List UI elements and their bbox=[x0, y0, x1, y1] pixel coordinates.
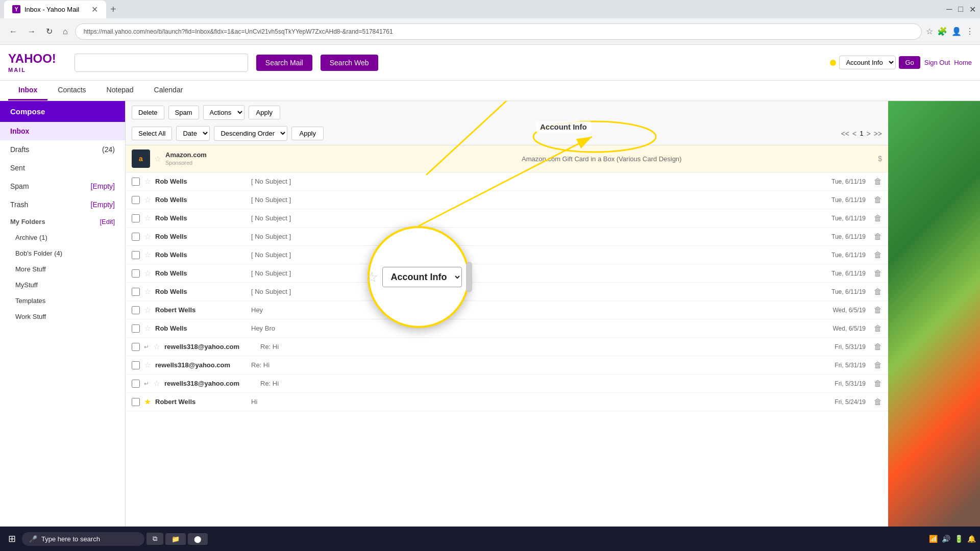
taskbar-chrome[interactable]: ⬤ bbox=[188, 533, 208, 545]
taskbar-file-explorer[interactable]: 📁 bbox=[165, 533, 186, 545]
address-bar[interactable]: https://mail.yahoo.com/neo/b/launch?fid=… bbox=[75, 23, 922, 40]
bookmark-icon[interactable]: ☆ bbox=[926, 27, 933, 36]
table-row[interactable]: ☆ Rob Wells [ No Subject ] Tue, 6/11/19 … bbox=[126, 246, 888, 264]
browser-tab[interactable]: Y Inbox - Yahoo Mail ✕ bbox=[4, 1, 106, 18]
sidebar-item-more-stuff[interactable]: More Stuff bbox=[0, 261, 125, 277]
trash-empty-label[interactable]: [Empty] bbox=[91, 201, 115, 209]
email-row-sponsored[interactable]: a ☆ Amazon.com Sponsored Amazon.com Gift… bbox=[126, 145, 888, 172]
sidebar-item-work-stuff[interactable]: Work Stuff bbox=[0, 309, 125, 324]
delete-button[interactable]: Delete bbox=[132, 106, 164, 119]
sidebar-item-templates[interactable]: Templates bbox=[0, 293, 125, 309]
search-mail-button[interactable]: Search Mail bbox=[256, 55, 312, 71]
sidebar-item-bobs-folder[interactable]: Bob's Folder (4) bbox=[0, 245, 125, 261]
star-icon[interactable]: ☆ bbox=[153, 342, 160, 352]
tab-notepad[interactable]: Notepad bbox=[96, 81, 144, 101]
delete-icon[interactable]: 🗑 bbox=[874, 287, 882, 296]
taskbar-task-view[interactable]: ⧉ bbox=[146, 533, 163, 545]
delete-icon[interactable]: 🗑 bbox=[874, 324, 882, 333]
delete-icon[interactable]: 🗑 bbox=[874, 195, 882, 205]
email-checkbox[interactable] bbox=[132, 361, 140, 369]
email-checkbox[interactable] bbox=[132, 398, 140, 406]
extension-icon[interactable]: 🧩 bbox=[937, 27, 947, 36]
table-row[interactable]: ☆ rewells318@yahoo.com Re: Hi Fri, 5/31/… bbox=[126, 356, 888, 374]
sidebar-item-spam[interactable]: Spam [Empty] bbox=[0, 177, 125, 195]
tab-calendar[interactable]: Calendar bbox=[144, 81, 193, 101]
table-row[interactable]: ★ Robert Wells Hi Fri, 5/24/19 🗑 bbox=[126, 393, 888, 411]
actions-select[interactable]: Actions bbox=[203, 105, 244, 120]
delete-icon[interactable]: 🗑 bbox=[874, 269, 882, 278]
star-icon[interactable]: ☆ bbox=[144, 268, 151, 278]
email-checkbox[interactable] bbox=[132, 214, 140, 222]
order-sort-select[interactable]: Descending Order bbox=[214, 126, 287, 141]
delete-icon[interactable]: 🗑 bbox=[874, 214, 882, 223]
tab-inbox[interactable]: Inbox bbox=[8, 81, 47, 101]
star-icon[interactable]: ☆ bbox=[144, 287, 151, 296]
email-checkbox[interactable] bbox=[132, 288, 140, 296]
email-checkbox[interactable] bbox=[132, 380, 140, 388]
delete-icon[interactable]: 🗑 bbox=[874, 397, 882, 407]
sidebar-item-mystuff[interactable]: MyStuff bbox=[0, 277, 125, 293]
maximize-button[interactable]: □ bbox=[958, 5, 963, 14]
prev-page-button[interactable]: < bbox=[852, 130, 856, 138]
compose-button[interactable]: Compose bbox=[0, 101, 125, 122]
email-checkbox[interactable] bbox=[132, 324, 140, 333]
profile-icon[interactable]: 👤 bbox=[951, 27, 962, 36]
email-checkbox[interactable] bbox=[132, 306, 140, 314]
notification-icon[interactable]: 🔔 bbox=[967, 535, 976, 543]
table-row[interactable]: ☆ Rob Wells [ No Subject ] Tue, 6/11/19 … bbox=[126, 191, 888, 209]
table-row[interactable]: ☆ Rob Wells [ No Subject ] Tue, 6/11/19 … bbox=[126, 172, 888, 191]
star-icon[interactable]: ☆ bbox=[144, 232, 151, 241]
email-checkbox[interactable] bbox=[132, 251, 140, 259]
menu-icon[interactable]: ⋮ bbox=[966, 27, 974, 36]
email-checkbox[interactable] bbox=[132, 233, 140, 241]
sidebar-item-archive[interactable]: Archive (1) bbox=[0, 230, 125, 245]
email-checkbox[interactable] bbox=[132, 269, 140, 278]
star-icon[interactable]: ☆ bbox=[144, 213, 151, 223]
my-folders-edit-button[interactable]: [Edit] bbox=[100, 218, 115, 226]
close-button[interactable]: ✕ bbox=[969, 5, 976, 14]
search-input[interactable] bbox=[75, 54, 248, 72]
tab-contacts[interactable]: Contacts bbox=[47, 81, 96, 101]
minimize-button[interactable]: ─ bbox=[946, 5, 952, 14]
star-icon[interactable]: ☆ bbox=[153, 379, 160, 388]
delete-icon[interactable]: 🗑 bbox=[874, 177, 882, 186]
spam-empty-label[interactable]: [Empty] bbox=[91, 182, 115, 190]
sidebar-item-drafts[interactable]: Drafts (24) bbox=[0, 140, 125, 159]
forward-button[interactable]: → bbox=[24, 25, 39, 38]
back-button[interactable]: ← bbox=[6, 25, 20, 38]
delete-icon[interactable]: 🗑 bbox=[874, 342, 882, 352]
table-row[interactable]: ☆ Rob Wells Hey Bro Wed, 6/5/19 🗑 bbox=[126, 319, 888, 338]
delete-icon[interactable]: 🗑 bbox=[874, 306, 882, 315]
battery-icon[interactable]: 🔋 bbox=[954, 535, 963, 543]
sort-apply-button[interactable]: Apply bbox=[291, 127, 324, 140]
sidebar-item-trash[interactable]: Trash [Empty] bbox=[0, 195, 125, 214]
taskbar-search-button[interactable]: 🎤 Type here to search bbox=[22, 532, 144, 546]
volume-icon[interactable]: 🔊 bbox=[942, 535, 950, 543]
table-row[interactable]: ☆ Rob Wells [ No Subject ] Tue, 6/11/19 … bbox=[126, 283, 888, 301]
table-row[interactable]: ☆ Rob Wells [ No Subject ] Tue, 6/11/19 … bbox=[126, 209, 888, 228]
reload-button[interactable]: ↻ bbox=[43, 24, 56, 38]
go-button[interactable]: Go bbox=[899, 56, 920, 69]
sidebar-item-inbox[interactable]: Inbox bbox=[0, 122, 125, 140]
email-checkbox[interactable] bbox=[132, 343, 140, 351]
delete-icon[interactable]: 🗑 bbox=[874, 361, 882, 370]
select-all-button[interactable]: Select All bbox=[132, 127, 172, 140]
next-page-button[interactable]: > bbox=[866, 130, 870, 138]
delete-icon[interactable]: 🗑 bbox=[874, 379, 882, 388]
new-tab-button[interactable]: + bbox=[110, 4, 116, 15]
star-icon[interactable]: ☆ bbox=[144, 323, 151, 333]
actions-apply-button[interactable]: Apply bbox=[249, 106, 281, 119]
table-row[interactable]: ☆ Rob Wells [ No Subject ] Tue, 6/11/19 … bbox=[126, 264, 888, 283]
tab-close-button[interactable]: ✕ bbox=[91, 5, 98, 14]
table-row[interactable]: ↵ ☆ rewells318@yahoo.com Re: Hi Fri, 5/3… bbox=[126, 338, 888, 356]
signout-button[interactable]: Sign Out bbox=[924, 59, 950, 66]
home-button[interactable]: Home bbox=[954, 59, 972, 66]
star-icon[interactable]: ☆ bbox=[154, 154, 161, 164]
email-checkbox[interactable] bbox=[132, 196, 140, 204]
account-info-select[interactable]: Account Info bbox=[839, 56, 896, 69]
last-page-button[interactable]: >> bbox=[874, 130, 882, 138]
table-row[interactable]: ↵ ☆ rewells318@yahoo.com Re: Hi Fri, 5/3… bbox=[126, 374, 888, 393]
star-icon[interactable]: ☆ bbox=[144, 195, 151, 205]
star-icon[interactable]: ☆ bbox=[144, 177, 151, 186]
search-web-button[interactable]: Search Web bbox=[321, 55, 378, 71]
